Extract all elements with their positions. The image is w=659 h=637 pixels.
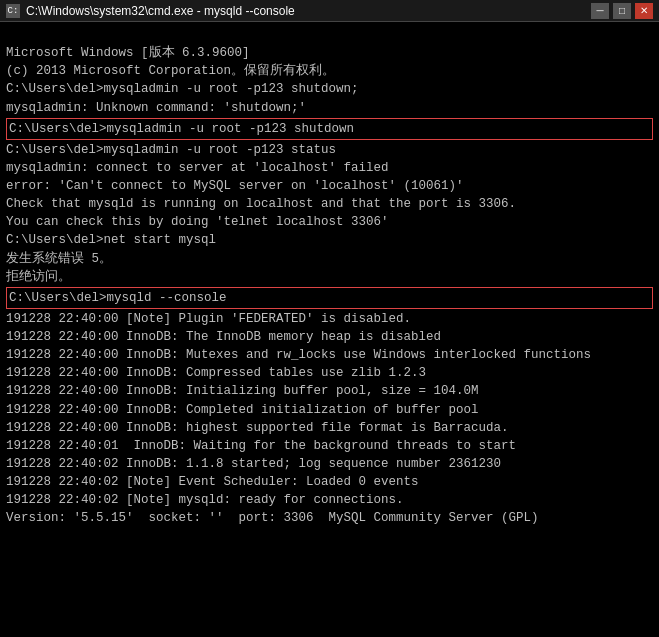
console-line: Check that mysqld is running on localhos…: [6, 195, 653, 213]
console-line: 191228 22:40:01 InnoDB: Waiting for the …: [6, 437, 653, 455]
close-button[interactable]: ✕: [635, 3, 653, 19]
console-line: 191228 22:40:02 [Note] Event Scheduler: …: [6, 473, 653, 491]
console-line: (c) 2013 Microsoft Corporation。保留所有权利。: [6, 62, 653, 80]
console-line: 191228 22:40:00 InnoDB: Compressed table…: [6, 364, 653, 382]
console-line: 191228 22:40:00 InnoDB: highest supporte…: [6, 419, 653, 437]
console-line: 191228 22:40:02 InnoDB: 1.1.8 started; l…: [6, 455, 653, 473]
console-line: 191228 22:40:02 [Note] mysqld: ready for…: [6, 491, 653, 509]
console-line: mysqladmin: Unknown command: 'shutdown;': [6, 99, 653, 117]
title-bar-text: C:\Windows\system32\cmd.exe - mysqld --c…: [26, 4, 295, 18]
title-bar: C: C:\Windows\system32\cmd.exe - mysqld …: [0, 0, 659, 22]
console-line: error: 'Can't connect to MySQL server on…: [6, 177, 653, 195]
console-line: C:\Users\del>mysqladmin -u root -p123 st…: [6, 141, 653, 159]
console-line: C:\Users\del>net start mysql: [6, 231, 653, 249]
console-line: 191228 22:40:00 InnoDB: The InnoDB memor…: [6, 328, 653, 346]
console-line: 拒绝访问。: [6, 268, 653, 286]
maximize-button[interactable]: □: [613, 3, 631, 19]
title-bar-controls: ─ □ ✕: [591, 3, 653, 19]
cmd-icon: C:: [6, 4, 20, 18]
console-line: Microsoft Windows [版本 6.3.9600]: [6, 44, 653, 62]
console-line: 191228 22:40:00 [Note] Plugin 'FEDERATED…: [6, 310, 653, 328]
title-bar-left: C: C:\Windows\system32\cmd.exe - mysqld …: [6, 4, 295, 18]
console-line: You can check this by doing 'telnet loca…: [6, 213, 653, 231]
console-line: mysqladmin: connect to server at 'localh…: [6, 159, 653, 177]
console-line: 191228 22:40:00 InnoDB: Initializing buf…: [6, 382, 653, 400]
console-body: Microsoft Windows [版本 6.3.9600](c) 2013 …: [0, 22, 659, 637]
console-line: Version: '5.5.15' socket: '' port: 3306 …: [6, 509, 653, 527]
console-line: C:\Users\del>mysqladmin -u root -p123 sh…: [6, 80, 653, 98]
console-line: 191228 22:40:00 InnoDB: Mutexes and rw_l…: [6, 346, 653, 364]
console-line-highlight: C:\Users\del>mysqld --console: [6, 287, 653, 309]
minimize-button[interactable]: ─: [591, 3, 609, 19]
console-line-highlight: C:\Users\del>mysqladmin -u root -p123 sh…: [6, 118, 653, 140]
console-line: 发生系统错误 5。: [6, 250, 653, 268]
console-line: 191228 22:40:00 InnoDB: Completed initia…: [6, 401, 653, 419]
